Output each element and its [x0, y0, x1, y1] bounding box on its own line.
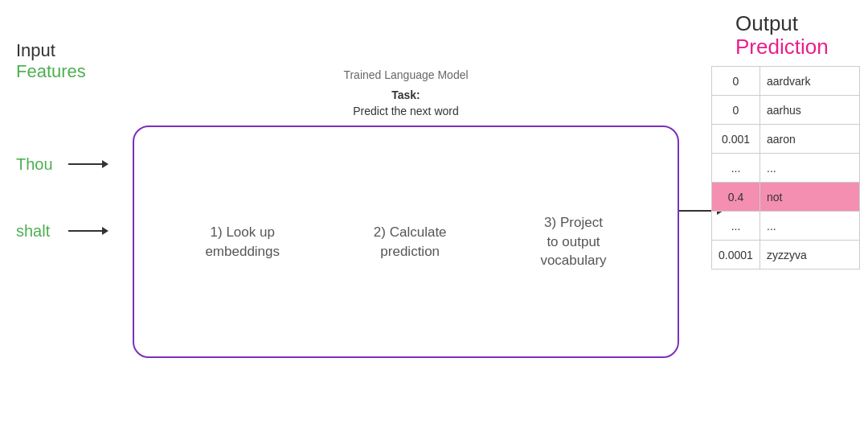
lm-section: Trained Language Model Task: Predict the… [133, 68, 679, 358]
arrow-to-model-shalt [68, 223, 108, 239]
output-title-prediction: Prediction [735, 35, 829, 59]
output-header: Output Prediction [735, 12, 829, 58]
vocab-word: ... [760, 154, 860, 183]
vocab-word: aardvark [760, 67, 860, 96]
vocab-row: 0.0001zyzzyva [712, 241, 860, 270]
vocab-row: 0aardvark [712, 67, 860, 96]
vocab-value: 0 [712, 96, 760, 125]
input-word-shalt: shalt [16, 222, 60, 241]
arrow-to-model-thou [68, 156, 108, 172]
vocab-row: 0aarhus [712, 96, 860, 125]
diagram-container: Input Features Thou shalt [0, 0, 868, 424]
input-title-input: Input [16, 40, 55, 61]
vocab-value: ... [712, 154, 760, 183]
lm-step-1: 1) Look upembeddings [205, 223, 280, 261]
output-title-output: Output [735, 12, 798, 35]
vocab-word: aaron [760, 125, 860, 154]
vocab-value: 0 [712, 67, 760, 96]
input-title-features: Features [16, 61, 86, 82]
input-section: Input Features Thou shalt [16, 40, 108, 241]
input-word-thou: Thou [16, 155, 60, 174]
vocab-word: aarhus [760, 96, 860, 125]
svg-marker-3 [102, 227, 108, 235]
vocab-word: ... [760, 212, 860, 241]
vocab-row: ...... [712, 154, 860, 183]
lm-box: 1) Look upembeddings 2) Calculatepredict… [133, 126, 679, 358]
lm-task-label: Task: [391, 89, 420, 101]
vocab-value: 0.4 [712, 183, 760, 212]
vocab-table: 0aardvark0aarhus0.001aaron......0.4not..… [711, 66, 860, 270]
vocab-value: 0.0001 [712, 241, 760, 270]
vocab-row: ...... [712, 212, 860, 241]
lm-task-desc: Predict the next word [353, 105, 459, 117]
input-word-row-shalt: shalt [16, 222, 108, 241]
vocab-row: 0.4not [712, 183, 860, 212]
vocab-word: zyzzyva [760, 241, 860, 270]
vocab-row: 0.001aaron [712, 125, 860, 154]
vocab-value: 0.001 [712, 125, 760, 154]
lm-step-2: 2) Calculateprediction [374, 223, 447, 261]
vocab-word: not [760, 183, 860, 212]
input-word-row-thou: Thou [16, 155, 108, 174]
lm-task: Task: Predict the next word [353, 88, 459, 119]
lm-step-3: 3) Projectto outputvocabulary [540, 213, 606, 270]
lm-title: Trained Language Model [343, 68, 468, 81]
input-words: Thou shalt [16, 155, 108, 241]
vocab-value: ... [712, 212, 760, 241]
svg-marker-1 [102, 160, 108, 168]
output-section: Output Prediction 0aardvark0aarhus0.001a… [711, 12, 860, 270]
